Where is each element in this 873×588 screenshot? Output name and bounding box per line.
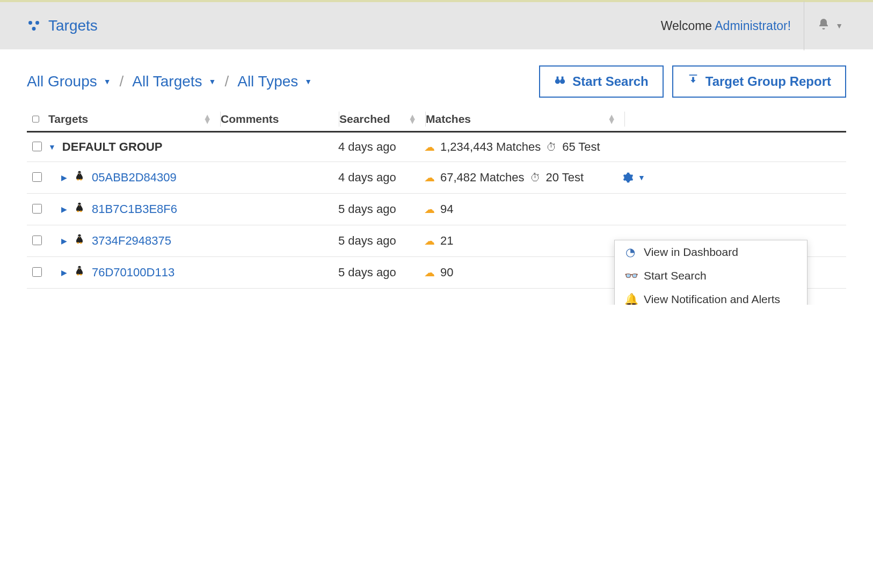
menu-item[interactable]: ◔View in Dashboard <box>615 240 807 264</box>
top-bar: Targets Welcome Administrator! ▼ <box>0 0 873 49</box>
menu-item-label: View Notification and Alerts <box>644 293 780 305</box>
expand-toggle[interactable]: ▶ <box>61 173 67 182</box>
column-comments-label: Comments <box>221 113 279 126</box>
target-searched: 5 days ago <box>338 202 424 216</box>
group-test-count: 65 Test <box>562 140 600 154</box>
breadcrumb-types[interactable]: All Types ▼ <box>237 73 312 90</box>
group-searched: 4 days ago <box>338 140 424 154</box>
sort-icon: ▲▼ <box>607 115 616 123</box>
breadcrumb-groups[interactable]: All Groups ▼ <box>27 73 111 90</box>
menu-item-label: View in Dashboard <box>644 246 738 259</box>
svg-point-20 <box>80 274 82 276</box>
svg-point-13 <box>78 204 79 205</box>
target-group-report-button[interactable]: Target Group Report <box>672 65 846 98</box>
cloud-icon: ☁ <box>424 141 435 153</box>
breadcrumb-targets[interactable]: All Targets ▼ <box>132 73 216 90</box>
column-header-targets[interactable]: Targets ▲▼ <box>48 113 220 126</box>
target-match-prefix: 94 <box>440 202 453 216</box>
toolbar: All Groups ▼ / All Targets ▼ / All Types… <box>27 65 846 98</box>
start-search-button[interactable]: Start Search <box>539 65 663 98</box>
row-checkbox[interactable] <box>32 236 42 245</box>
expand-toggle[interactable]: ▶ <box>61 237 67 245</box>
welcome-prefix: Welcome <box>661 19 715 33</box>
table-row: ▶05ABB2D843094 days ago☁67,482 Matches ⏱… <box>27 162 846 194</box>
cloud-icon: ☁ <box>424 171 435 184</box>
breadcrumb: All Groups ▼ / All Targets ▼ / All Types… <box>27 73 312 90</box>
column-header-comments[interactable]: Comments <box>221 113 339 126</box>
column-targets-label: Targets <box>48 113 88 126</box>
chevron-down-icon: ▼ <box>638 173 645 182</box>
expand-toggle[interactable]: ▶ <box>61 205 67 214</box>
target-match-prefix: 90 <box>440 266 453 280</box>
svg-point-12 <box>80 211 82 212</box>
svg-point-22 <box>80 268 81 269</box>
row-actions-menu: ◔View in Dashboard👓Start Search🔔View Not… <box>614 240 807 305</box>
notifications-button[interactable]: ▼ <box>817 18 846 34</box>
breadcrumb-separator: / <box>224 73 229 90</box>
svg-point-10 <box>80 173 81 174</box>
divider <box>804 1 804 50</box>
target-test-count: 20 Test <box>546 171 584 185</box>
cloud-icon: ☁ <box>424 266 435 279</box>
row-checkbox[interactable] <box>32 204 42 214</box>
linux-icon <box>74 264 85 281</box>
target-searched: 4 days ago <box>338 171 424 185</box>
group-match-count: 1,234,443 Matches <box>440 140 541 154</box>
row-checkbox[interactable] <box>32 142 42 151</box>
start-search-label: Start Search <box>572 74 648 89</box>
binoculars-icon <box>554 74 566 89</box>
svg-point-7 <box>77 179 79 181</box>
menu-item-label: Start Search <box>644 269 707 282</box>
svg-point-8 <box>80 179 82 181</box>
select-all-checkbox[interactable] <box>32 114 39 124</box>
row-checkbox[interactable] <box>32 172 42 182</box>
target-name-link[interactable]: 05ABB2D84309 <box>92 171 177 185</box>
cloud-icon: ☁ <box>424 203 435 216</box>
target-name-link[interactable]: 3734F2948375 <box>92 234 171 248</box>
menu-item[interactable]: 🔔View Notification and Alerts <box>615 288 807 305</box>
svg-point-9 <box>78 173 79 174</box>
breadcrumb-types-label: All Types <box>237 73 298 90</box>
column-header-matches[interactable]: Matches ▲▼ <box>426 113 624 126</box>
column-header-searched[interactable]: Searched ▲▼ <box>339 113 425 126</box>
menu-item[interactable]: 👓Start Search <box>615 264 807 288</box>
breadcrumb-groups-label: All Groups <box>27 73 97 90</box>
chevron-down-icon: ▼ <box>104 77 111 86</box>
svg-point-4 <box>560 79 565 84</box>
svg-point-15 <box>77 242 79 244</box>
bell-icon <box>817 18 830 34</box>
table-row: ▶81B7C1B3E8F65 days ago☁94 <box>27 194 846 225</box>
svg-point-1 <box>35 21 39 25</box>
pie-icon: ◔ <box>624 246 636 259</box>
svg-point-19 <box>77 274 79 276</box>
sort-icon: ▲▼ <box>408 115 417 123</box>
target-name-link[interactable]: 76D70100D113 <box>92 266 174 280</box>
bell-icon: 🔔 <box>624 293 636 305</box>
svg-point-18 <box>80 236 81 237</box>
download-icon <box>687 74 699 89</box>
svg-point-17 <box>78 236 79 237</box>
chevron-down-icon: ▼ <box>304 77 312 86</box>
table-row-group: ▼ DEFAULT GROUP 4 days ago ☁ 1,234,443 M… <box>27 133 846 162</box>
user-link[interactable]: Administrator! <box>715 19 791 33</box>
column-searched-label: Searched <box>339 113 390 126</box>
target-match-count: 67,482 Matches <box>440 171 525 185</box>
target-searched: 5 days ago <box>338 234 424 248</box>
app-logo-icon <box>27 19 41 33</box>
svg-rect-6 <box>562 77 564 80</box>
target-name-link[interactable]: 81B7C1B3E8F6 <box>92 202 177 216</box>
row-checkbox[interactable] <box>32 267 42 277</box>
expand-toggle[interactable]: ▼ <box>48 143 56 151</box>
group-name[interactable]: DEFAULT GROUP <box>62 140 163 154</box>
svg-point-2 <box>32 27 36 31</box>
linux-icon <box>74 233 85 249</box>
page-title[interactable]: Targets <box>48 17 98 34</box>
column-divider <box>624 112 625 127</box>
binoc-icon: 👓 <box>624 269 636 282</box>
expand-toggle[interactable]: ▶ <box>61 268 67 277</box>
cloud-icon: ☁ <box>424 234 435 247</box>
stopwatch-icon: ⏱ <box>546 141 557 153</box>
svg-point-0 <box>28 21 32 25</box>
row-actions-button[interactable]: ▼ <box>623 172 652 183</box>
group-report-label: Target Group Report <box>705 74 831 89</box>
